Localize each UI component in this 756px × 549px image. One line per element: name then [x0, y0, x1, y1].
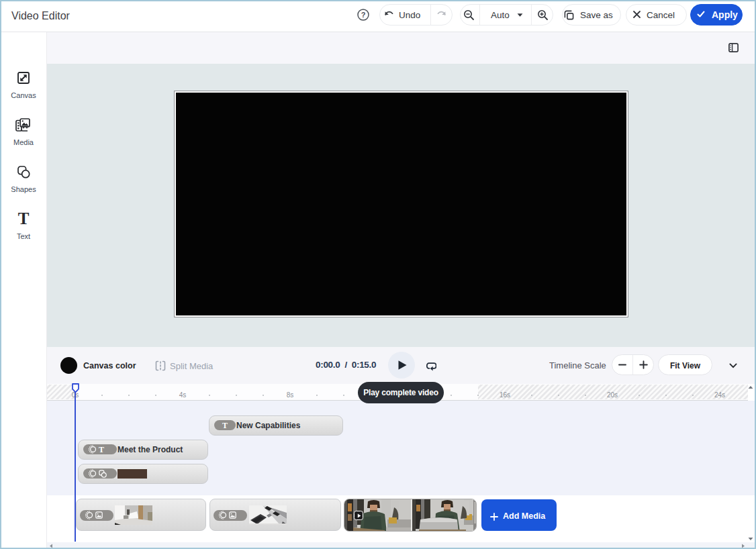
svg-text:?: ?: [361, 11, 366, 19]
